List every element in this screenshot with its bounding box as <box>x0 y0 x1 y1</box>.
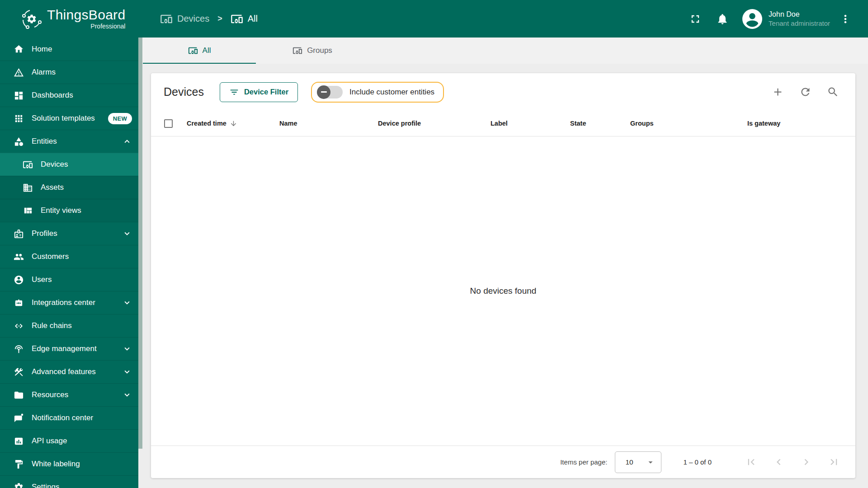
paginator-buttons <box>730 456 840 468</box>
chat-dot-icon <box>14 413 24 423</box>
breadcrumb-item-devices[interactable]: Devices <box>160 13 209 25</box>
column-label: State <box>570 120 586 127</box>
column-header-state[interactable]: State <box>570 111 586 136</box>
devices-icon <box>292 46 302 56</box>
breadcrumb-label: Devices <box>177 14 209 24</box>
filter-icon <box>229 87 239 97</box>
sidebar-item-dashboards[interactable]: Dashboards <box>0 84 138 107</box>
sidebar-item-edge-management[interactable]: Edge management <box>0 337 138 360</box>
building-icon <box>23 183 33 193</box>
sidebar-item-home[interactable]: Home <box>0 38 138 61</box>
app-logo[interactable]: ThingsBoard Professional <box>0 0 138 38</box>
toggle-switch[interactable] <box>317 85 343 99</box>
account-circle-icon <box>14 275 24 285</box>
user-name: John Doe <box>769 9 830 19</box>
chevron-down-icon <box>122 367 132 377</box>
chevron-down-icon <box>122 344 132 354</box>
include-customer-entities-toggle[interactable]: Include customer entities <box>311 82 444 103</box>
search-icon[interactable] <box>827 86 839 98</box>
sidebar-item-integrations-center[interactable]: Integrations center <box>0 291 138 314</box>
sidebar-item-profiles[interactable]: Profiles <box>0 222 138 245</box>
page-title: Devices <box>164 85 204 99</box>
people-icon <box>14 252 24 262</box>
next-page-icon[interactable] <box>800 456 812 468</box>
devices-icon <box>160 13 173 25</box>
first-page-icon[interactable] <box>745 456 757 468</box>
app-edition: Professional <box>47 23 125 29</box>
person-icon <box>742 9 762 29</box>
integration-icon <box>14 298 24 308</box>
sidebar-item-rule-chains[interactable]: Rule chains <box>0 314 138 337</box>
sidebar-item-solution-templates[interactable]: Solution templates NEW <box>0 107 138 130</box>
sidebar-item-advanced-features[interactable]: Advanced features <box>0 360 138 383</box>
category-icon <box>14 136 24 147</box>
sidebar-scrollbar[interactable] <box>138 38 142 449</box>
page-size-select[interactable]: 10 <box>615 451 661 473</box>
sidebar-item-label: Edge management <box>32 344 97 353</box>
badge-icon <box>14 229 24 239</box>
notifications-bell-icon[interactable] <box>716 13 729 25</box>
device-filter-button[interactable]: Device Filter <box>220 82 298 102</box>
last-page-icon[interactable] <box>828 456 840 468</box>
toggle-thumb-minus-icon <box>317 85 330 99</box>
column-header-label[interactable]: Label <box>491 111 508 136</box>
sidebar-item-entities[interactable]: Entities <box>0 130 138 153</box>
table-header-row: Created time Name Device profile Label S… <box>151 111 855 136</box>
table-actions <box>756 86 839 98</box>
sidebar-item-label: Alarms <box>32 68 56 77</box>
main-area: All Groups Devices Device Filter <box>138 38 868 488</box>
dropdown-arrow-icon <box>646 457 656 467</box>
fullscreen-icon[interactable] <box>689 13 702 25</box>
sidebar-item-white-labeling[interactable]: White labeling <box>0 452 138 475</box>
sidebar-item-api-usage[interactable]: API usage <box>0 429 138 452</box>
select-all-checkbox[interactable] <box>164 119 173 128</box>
sidebar-item-devices[interactable]: Devices <box>0 153 138 176</box>
column-header-name[interactable]: Name <box>279 111 297 136</box>
sidebar-item-label: Rule chains <box>32 321 72 330</box>
user-avatar[interactable] <box>742 9 762 29</box>
column-header-device-profile[interactable]: Device profile <box>378 111 421 136</box>
tab-groups[interactable]: Groups <box>256 38 369 64</box>
table-toolbar: Devices Device Filter Include customer e… <box>151 73 855 111</box>
column-header-groups[interactable]: Groups <box>630 111 654 136</box>
paint-roller-icon <box>14 459 24 469</box>
breadcrumb-label: All <box>248 14 258 24</box>
user-role: Tenant administrator <box>769 19 830 28</box>
sidebar-item-notification-center[interactable]: Notification center <box>0 406 138 429</box>
breadcrumb-item-all[interactable]: All <box>231 13 258 25</box>
devices-icon <box>231 13 243 25</box>
chevron-down-icon <box>122 298 132 308</box>
chevron-down-icon <box>122 390 132 400</box>
sidebar-nav: Home Alarms Dashboards Solution template… <box>0 38 138 488</box>
sidebar-item-label: Resources <box>32 390 68 399</box>
page-range-label: 1 – 0 of 0 <box>683 458 712 466</box>
app-name: ThingsBoard <box>47 8 125 22</box>
sidebar-item-alarms[interactable]: Alarms <box>0 61 138 84</box>
more-vert-icon[interactable] <box>839 13 852 25</box>
device-filter-label: Device Filter <box>244 88 288 96</box>
refresh-icon[interactable] <box>799 86 811 98</box>
devices-icon <box>23 160 33 170</box>
column-header-created-time[interactable]: Created time <box>187 111 237 136</box>
chevron-down-icon <box>122 229 132 239</box>
sidebar-item-entity-views[interactable]: Entity views <box>0 199 138 222</box>
entity-tabs: All Groups <box>138 38 868 64</box>
tab-all[interactable]: All <box>143 38 256 64</box>
sidebar-item-customers[interactable]: Customers <box>0 245 138 268</box>
add-icon[interactable] <box>772 86 784 98</box>
apps-grid-icon <box>14 113 24 124</box>
rule-chain-icon <box>14 321 24 331</box>
sidebar-item-label: Customers <box>32 252 69 261</box>
sidebar-item-label: Home <box>32 45 52 54</box>
previous-page-icon[interactable] <box>773 456 785 468</box>
sidebar-item-assets[interactable]: Assets <box>0 176 138 199</box>
empty-state-text: No devices found <box>470 286 537 296</box>
user-menu[interactable]: John Doe Tenant administrator <box>769 9 830 28</box>
sidebar-item-users[interactable]: Users <box>0 268 138 291</box>
column-label: Label <box>491 120 508 127</box>
sidebar-item-settings[interactable]: Settings <box>0 475 138 488</box>
sidebar-item-resources[interactable]: Resources <box>0 383 138 406</box>
column-header-is-gateway[interactable]: Is gateway <box>747 111 780 136</box>
home-icon <box>14 44 24 54</box>
devices-icon <box>188 46 198 56</box>
